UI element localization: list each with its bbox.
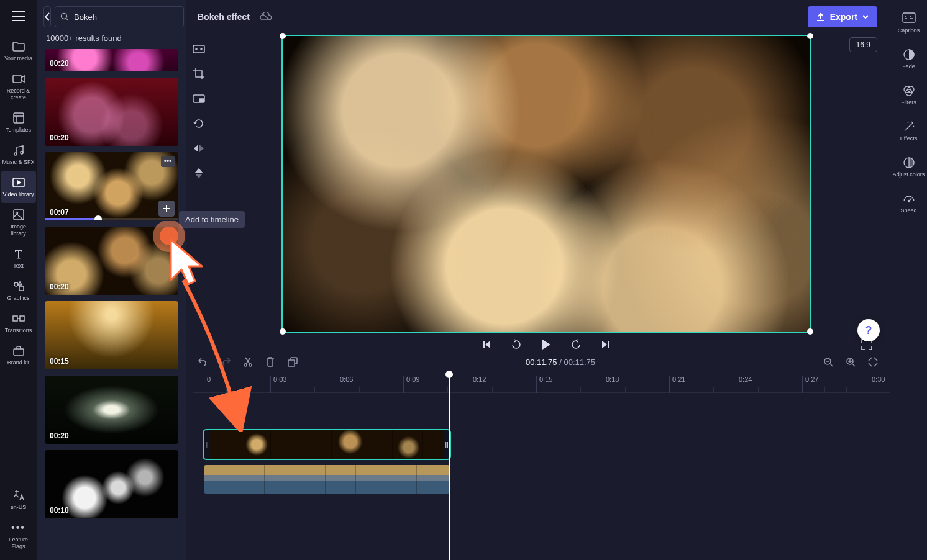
timeline-tracks[interactable]: || ||	[193, 393, 890, 560]
forward-button[interactable]	[568, 336, 584, 353]
export-button[interactable]: Export	[808, 6, 877, 27]
ruler-tick: 0:03	[270, 376, 286, 393]
rail-record-create[interactable]: Record & create	[1, 67, 36, 106]
rr-adjust-colors[interactable]: Adjust colors	[892, 150, 926, 184]
menu-button[interactable]	[7, 5, 30, 27]
aspect-ratio-button[interactable]: 16:9	[849, 37, 877, 52]
crop-tool[interactable]	[191, 66, 207, 82]
rail-video-library[interactable]: Video library	[1, 171, 36, 203]
svg-point-19	[249, 364, 252, 366]
rail-templates[interactable]: Templates	[1, 106, 36, 138]
rr-speed[interactable]: Speed	[892, 186, 926, 220]
svg-rect-11	[14, 349, 24, 355]
library-clip[interactable]: ••• 00:07	[45, 152, 178, 220]
timeline-clip-beach[interactable]	[204, 465, 450, 494]
zoom-fit-button[interactable]	[866, 355, 880, 369]
back-button[interactable]	[43, 6, 51, 27]
zoom-in-button[interactable]	[844, 355, 857, 369]
preview-canvas[interactable]	[281, 35, 811, 333]
flip-v-tool[interactable]	[191, 165, 207, 181]
timeline-ruler[interactable]: 00:030:060:090:120:150:180:210:240:270:3…	[193, 376, 890, 393]
rr-filters[interactable]: Filters	[892, 78, 926, 112]
resize-handle-tl[interactable]	[280, 33, 286, 39]
svg-rect-13	[193, 45, 204, 53]
svg-rect-8	[19, 286, 24, 291]
transitions-icon	[12, 314, 25, 323]
rotate-tool[interactable]	[191, 115, 207, 132]
flip-h-tool[interactable]	[191, 140, 207, 156]
svg-rect-0	[13, 75, 21, 83]
library-panel: 10000+ results found 00:20 00:20 ••• 00:…	[37, 0, 186, 560]
svg-rect-20	[288, 360, 295, 366]
top-bar: Bokeh effect Export	[186, 0, 890, 34]
zoom-out-button[interactable]	[821, 355, 835, 369]
ruler-tick: 0:27	[802, 376, 818, 393]
rewind-button[interactable]	[508, 336, 524, 353]
briefcase-icon	[13, 346, 24, 356]
svg-point-2	[14, 153, 17, 155]
shapes-icon	[13, 281, 24, 292]
add-to-timeline-button[interactable]	[158, 201, 175, 217]
search-box[interactable]	[55, 6, 184, 27]
split-button[interactable]	[241, 355, 255, 369]
rail-image-library[interactable]: Image library	[1, 203, 36, 242]
library-clip[interactable]: 00:10	[45, 450, 178, 518]
ruler-tick: 0:18	[603, 376, 619, 393]
fit-tool[interactable]	[191, 41, 207, 57]
main-area: Bokeh effect Export 16:9	[186, 0, 890, 560]
rail-graphics[interactable]: Graphics	[1, 274, 36, 307]
svg-point-3	[21, 151, 23, 154]
rail-text[interactable]: Text	[1, 242, 36, 274]
play-button[interactable]	[538, 336, 554, 353]
skip-end-button[interactable]	[598, 336, 614, 353]
filters-icon	[903, 84, 915, 97]
library-clip[interactable]: 00:15	[45, 301, 178, 369]
rail-your-media[interactable]: Your media	[1, 35, 36, 67]
resize-handle-tr[interactable]	[807, 33, 813, 39]
add-to-timeline-tooltip: Add to timeline	[179, 211, 245, 228]
right-rail: Captions Fade Filters Effects Adjust col…	[890, 0, 927, 560]
rr-effects[interactable]: Effects	[892, 114, 926, 148]
project-title[interactable]: Bokeh effect	[198, 12, 250, 22]
ruler-tick: 0:15	[536, 376, 552, 393]
rail-music-sfx[interactable]: Music & SFX	[1, 138, 36, 171]
cloud-sync-icon[interactable]	[260, 12, 272, 21]
undo-button[interactable]	[196, 355, 210, 369]
svg-rect-10	[20, 316, 24, 321]
pip-tool[interactable]	[191, 91, 207, 107]
redo-button[interactable]	[219, 355, 232, 369]
help-button[interactable]: ?	[857, 319, 880, 341]
library-clip[interactable]: 00:20	[45, 227, 178, 295]
svg-point-18	[244, 364, 247, 366]
library-results[interactable]: 00:20 00:20 ••• 00:07 00:20 00:15	[37, 49, 186, 560]
rr-captions[interactable]: Captions	[892, 6, 926, 40]
library-clip[interactable]: 00:20	[45, 78, 178, 146]
resize-handle-br[interactable]	[807, 328, 813, 335]
rail-brand-kit[interactable]: Brand kit	[1, 339, 36, 371]
library-clip[interactable]: 00:20	[45, 376, 178, 444]
language-icon	[13, 490, 24, 501]
rr-fade[interactable]: Fade	[892, 42, 926, 76]
rail-language[interactable]: en-US	[1, 484, 36, 516]
video-library-icon	[12, 178, 25, 187]
scrubber-knob[interactable]	[94, 215, 102, 220]
playhead[interactable]	[449, 372, 450, 560]
clip-more-button[interactable]: •••	[161, 156, 175, 167]
rail-transitions[interactable]: Transitions	[1, 307, 36, 339]
library-clip[interactable]: 00:20	[45, 49, 178, 71]
delete-button[interactable]	[263, 355, 277, 369]
search-input[interactable]	[74, 12, 178, 22]
rail-feature-flags[interactable]: ••• Feature Flags	[1, 516, 36, 555]
clip-trim-left[interactable]: ||	[204, 430, 210, 459]
skip-start-button[interactable]	[478, 336, 495, 353]
folder-icon	[12, 42, 25, 52]
svg-point-15	[201, 48, 202, 50]
captions-icon	[902, 12, 916, 25]
ruler-tick: 0:09	[403, 376, 419, 393]
timeline-clip-bokeh[interactable]: || ||	[204, 430, 450, 459]
plus-icon	[163, 205, 170, 212]
chevron-left-icon	[44, 12, 50, 21]
music-icon	[13, 145, 24, 156]
resize-handle-bl[interactable]	[280, 328, 286, 335]
duplicate-button[interactable]	[286, 355, 299, 369]
